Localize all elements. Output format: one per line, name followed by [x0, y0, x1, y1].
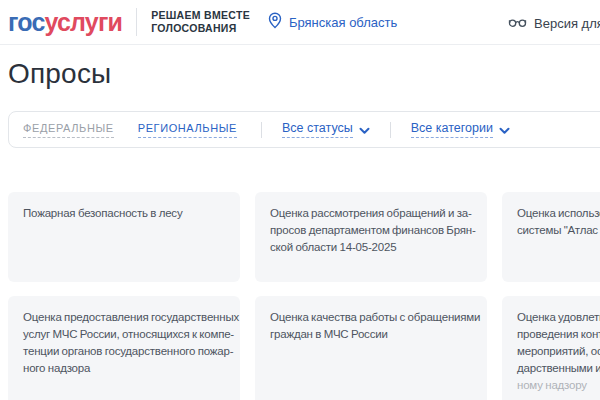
survey-card[interactable]: Оценка удовлетвопроведения контрмероприя… [502, 296, 600, 400]
survey-card-title-line: Оценка рассмотрения обращений и за- [270, 205, 472, 222]
page: госуслуги РЕШАЕМ ВМЕСТЕ ГОЛОСОВАНИЯ Брян… [0, 0, 600, 400]
filter-divider [390, 122, 391, 138]
survey-card-title-line: тенции органов государственного пожар- [23, 343, 225, 360]
browser-viewport: госуслуги РЕШАЕМ ВМЕСТЕ ГОЛОСОВАНИЯ Брян… [0, 0, 600, 400]
accessibility-version-button[interactable]: Версия для слабовидящих [508, 14, 600, 32]
logo-part-gos: гос [8, 8, 45, 36]
main-content: Опросы ФЕДЕРАЛЬНЫЕ РЕГИОНАЛЬНЫЕ Все стат… [0, 58, 600, 400]
location-pin-icon [268, 12, 282, 33]
survey-card-title-line: ской области 14-05-2025 [270, 239, 472, 256]
eyeglasses-icon [508, 14, 527, 32]
accessibility-label: Версия для слабовидящих [534, 16, 600, 31]
survey-card[interactable]: Оценка рассмотрения обращений и за-просо… [255, 192, 487, 282]
survey-card-title-line: мероприятий, осу [517, 343, 600, 360]
survey-card-title-line: Оценка качества работы с обращениями [270, 309, 472, 326]
tab-regional[interactable]: РЕГИОНАЛЬНЫЕ [138, 122, 237, 138]
survey-card-title-line: Оценка использов [517, 205, 600, 222]
survey-card-title-line: дарственными ин [517, 360, 600, 377]
survey-card-title-line: системы "Атлас ог [517, 222, 600, 239]
logo-part-uslugi: услуги [45, 8, 123, 36]
survey-card-title-line: граждан в МЧС России [270, 326, 472, 343]
gosuslugi-logo[interactable]: госуслуги [8, 10, 122, 35]
project-label: РЕШАЕМ ВМЕСТЕ ГОЛОСОВАНИЯ [151, 9, 250, 35]
survey-card[interactable]: Пожарная безопасность в лесу [8, 192, 240, 282]
tab-federal[interactable]: ФЕДЕРАЛЬНЫЕ [23, 122, 114, 138]
survey-card-title-line: просов департаментом финансов Брян- [270, 222, 472, 239]
status-filter-dropdown[interactable]: Все статусы [282, 120, 370, 139]
survey-card-title-line: услуг МЧС России, относящихся к компе- [23, 326, 225, 343]
survey-card-title-line: ного надзора [23, 360, 225, 377]
survey-card[interactable]: Оценка предоставления государственныхусл… [8, 296, 240, 400]
survey-card[interactable]: Оценка использовсистемы "Атлас ог [502, 192, 600, 282]
project-label-line2: ГОЛОСОВАНИЯ [151, 22, 250, 35]
category-filter-dropdown[interactable]: Все категории [411, 120, 510, 139]
chevron-down-icon [499, 121, 510, 139]
header-divider [136, 8, 137, 36]
survey-card-title-line: ному надзору [517, 377, 600, 394]
survey-card-title-line: Пожарная безопасность в лесу [23, 205, 225, 222]
survey-card[interactable]: Оценка качества работы с обращениямиграж… [255, 296, 487, 400]
region-label: Брянская область [289, 15, 397, 30]
survey-card-title-line: проведения контр [517, 326, 600, 343]
filter-divider [261, 122, 262, 138]
survey-grid: Пожарная безопасность в лесуОценка рассм… [8, 192, 600, 400]
survey-card-title-line: Оценка удовлетво [517, 309, 600, 326]
page-title: Опросы [8, 58, 600, 90]
project-label-line1: РЕШАЕМ ВМЕСТЕ [151, 9, 250, 22]
survey-card-title-line: Оценка предоставления государственных [23, 309, 225, 326]
status-filter-label: Все статусы [282, 121, 353, 138]
header: госуслуги РЕШАЕМ ВМЕСТЕ ГОЛОСОВАНИЯ Брян… [0, 0, 600, 45]
region-selector[interactable]: Брянская область [268, 12, 397, 33]
category-filter-label: Все категории [411, 121, 493, 138]
filter-bar: ФЕДЕРАЛЬНЫЕ РЕГИОНАЛЬНЫЕ Все статусы Все… [8, 111, 600, 148]
chevron-down-icon [359, 121, 370, 139]
